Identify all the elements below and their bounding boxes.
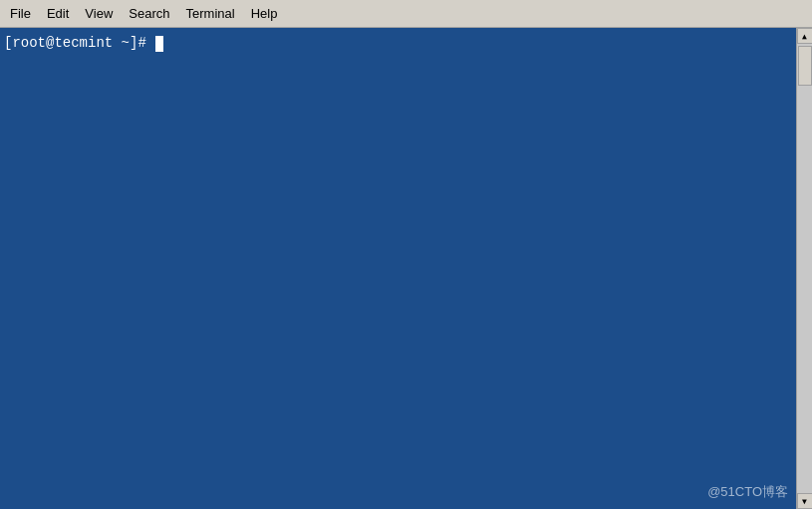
menu-view[interactable]: View xyxy=(77,3,121,24)
scrollbar[interactable]: ▲ ▼ xyxy=(796,28,812,509)
menu-edit[interactable]: Edit xyxy=(39,3,77,24)
menubar: File Edit View Search Terminal Help xyxy=(0,0,812,28)
terminal-content[interactable]: [root@tecmint ~]# xyxy=(0,28,812,509)
prompt-text: [root@tecmint ~]# xyxy=(4,34,154,54)
menu-file[interactable]: File xyxy=(2,3,39,24)
terminal-cursor xyxy=(155,36,163,52)
menu-terminal[interactable]: Terminal xyxy=(178,3,243,24)
scrollbar-down-button[interactable]: ▼ xyxy=(797,493,813,509)
prompt-line: [root@tecmint ~]# xyxy=(4,34,808,54)
watermark: @51CTO博客 xyxy=(707,483,788,501)
menu-help[interactable]: Help xyxy=(243,3,286,24)
scrollbar-up-button[interactable]: ▲ xyxy=(797,28,813,44)
scrollbar-thumb[interactable] xyxy=(798,46,812,86)
terminal-area[interactable]: [root@tecmint ~]# ▲ ▼ @51CTO博客 xyxy=(0,28,812,509)
menu-search[interactable]: Search xyxy=(121,3,177,24)
